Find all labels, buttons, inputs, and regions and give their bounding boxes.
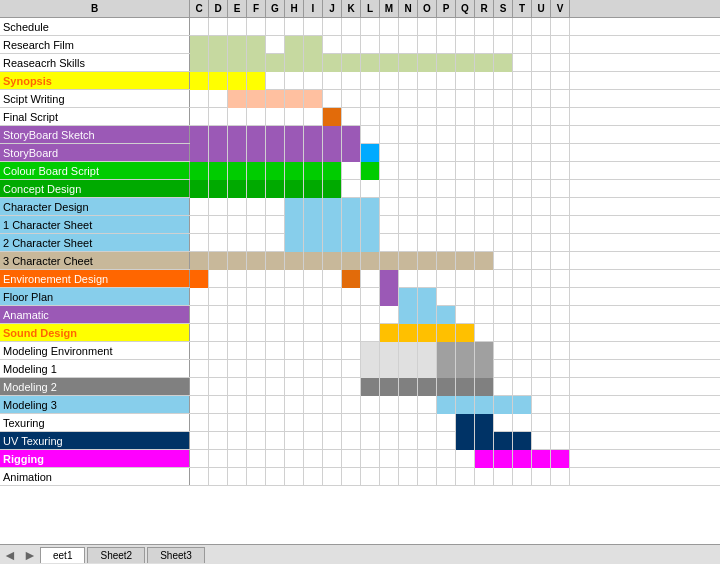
cell[interactable] xyxy=(190,126,209,144)
cell[interactable] xyxy=(418,18,437,36)
tab-sheet2[interactable]: Sheet2 xyxy=(87,547,145,563)
cell[interactable] xyxy=(266,90,285,108)
cell[interactable] xyxy=(437,198,456,216)
cell[interactable] xyxy=(342,342,361,360)
cell[interactable] xyxy=(247,396,266,414)
cell[interactable] xyxy=(323,450,342,468)
cell[interactable] xyxy=(532,360,551,378)
cell[interactable] xyxy=(228,144,247,162)
cell[interactable] xyxy=(304,360,323,378)
cell[interactable] xyxy=(209,72,228,90)
cell[interactable] xyxy=(361,108,380,126)
cell[interactable] xyxy=(456,378,475,396)
cell[interactable] xyxy=(551,180,570,198)
cell[interactable] xyxy=(380,432,399,450)
cell[interactable] xyxy=(247,144,266,162)
cell[interactable] xyxy=(437,108,456,126)
cell[interactable] xyxy=(418,270,437,288)
cell[interactable] xyxy=(380,126,399,144)
cell[interactable] xyxy=(494,288,513,306)
cell[interactable] xyxy=(323,72,342,90)
cell[interactable] xyxy=(304,18,323,36)
cell[interactable] xyxy=(380,360,399,378)
cell[interactable] xyxy=(323,378,342,396)
cell[interactable] xyxy=(266,306,285,324)
cell[interactable] xyxy=(323,342,342,360)
cell[interactable] xyxy=(418,126,437,144)
cell[interactable] xyxy=(323,198,342,216)
cell[interactable] xyxy=(228,306,247,324)
cell[interactable] xyxy=(551,72,570,90)
cell[interactable] xyxy=(532,180,551,198)
cell[interactable] xyxy=(266,108,285,126)
cell[interactable] xyxy=(399,144,418,162)
cell[interactable] xyxy=(399,36,418,54)
cell[interactable] xyxy=(532,126,551,144)
cell[interactable] xyxy=(190,36,209,54)
cell[interactable] xyxy=(551,342,570,360)
cell[interactable] xyxy=(228,216,247,234)
cell[interactable] xyxy=(190,144,209,162)
cell[interactable] xyxy=(247,162,266,180)
cell[interactable] xyxy=(399,54,418,72)
cell[interactable] xyxy=(456,198,475,216)
cell[interactable] xyxy=(513,54,532,72)
cell[interactable] xyxy=(494,324,513,342)
cell[interactable] xyxy=(513,414,532,432)
cell[interactable] xyxy=(361,432,380,450)
cell[interactable] xyxy=(475,36,494,54)
cell[interactable] xyxy=(380,162,399,180)
cell[interactable] xyxy=(361,198,380,216)
cell[interactable] xyxy=(209,360,228,378)
cell[interactable] xyxy=(437,252,456,270)
cell[interactable] xyxy=(323,414,342,432)
cell[interactable] xyxy=(532,432,551,450)
cell[interactable] xyxy=(456,216,475,234)
cell[interactable] xyxy=(399,18,418,36)
cell[interactable] xyxy=(361,396,380,414)
cell[interactable] xyxy=(304,162,323,180)
cell[interactable] xyxy=(475,270,494,288)
cell[interactable] xyxy=(437,18,456,36)
cell[interactable] xyxy=(361,126,380,144)
cell[interactable] xyxy=(494,180,513,198)
cell[interactable] xyxy=(456,468,475,486)
cell[interactable] xyxy=(209,90,228,108)
cell[interactable] xyxy=(437,180,456,198)
cell[interactable] xyxy=(551,450,570,468)
cell[interactable] xyxy=(285,126,304,144)
cell[interactable] xyxy=(209,216,228,234)
cell[interactable] xyxy=(380,36,399,54)
cell[interactable] xyxy=(247,324,266,342)
cell[interactable] xyxy=(551,378,570,396)
cell[interactable] xyxy=(380,450,399,468)
cell[interactable] xyxy=(285,90,304,108)
cell[interactable] xyxy=(285,198,304,216)
cell[interactable] xyxy=(380,198,399,216)
cell[interactable] xyxy=(513,72,532,90)
cell[interactable] xyxy=(304,306,323,324)
cell[interactable] xyxy=(437,306,456,324)
cell[interactable] xyxy=(532,162,551,180)
cell[interactable] xyxy=(190,288,209,306)
cell[interactable] xyxy=(323,306,342,324)
cell[interactable] xyxy=(304,396,323,414)
cell[interactable] xyxy=(304,216,323,234)
cell[interactable] xyxy=(266,144,285,162)
cell[interactable] xyxy=(532,450,551,468)
cell[interactable] xyxy=(532,378,551,396)
cell[interactable] xyxy=(513,18,532,36)
cell[interactable] xyxy=(456,414,475,432)
cell[interactable] xyxy=(456,126,475,144)
cell[interactable] xyxy=(399,162,418,180)
tab-eet1[interactable]: eet1 xyxy=(40,547,85,563)
cell[interactable] xyxy=(247,378,266,396)
cell[interactable] xyxy=(266,162,285,180)
cell[interactable] xyxy=(437,360,456,378)
cell[interactable] xyxy=(513,288,532,306)
cell[interactable] xyxy=(209,18,228,36)
cell[interactable] xyxy=(342,288,361,306)
cell[interactable] xyxy=(209,162,228,180)
cell[interactable] xyxy=(247,36,266,54)
cell[interactable] xyxy=(266,396,285,414)
